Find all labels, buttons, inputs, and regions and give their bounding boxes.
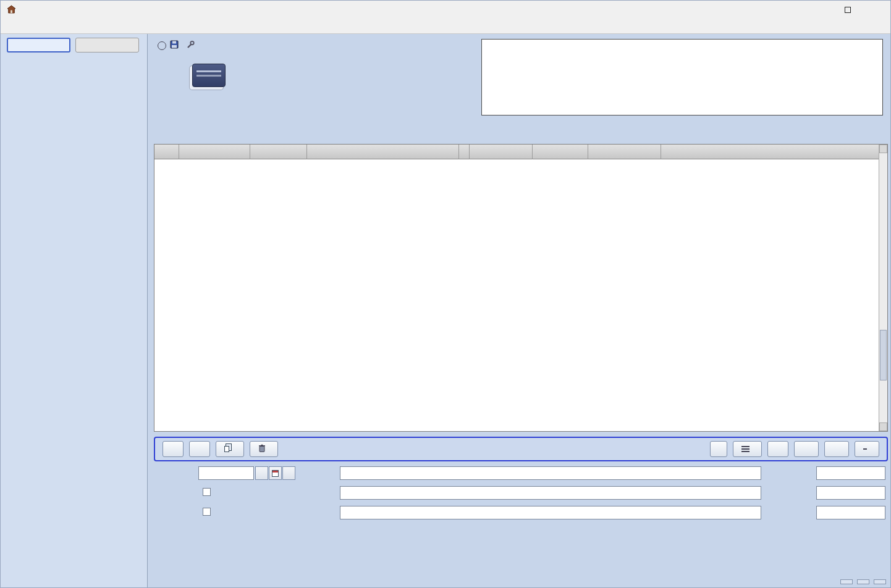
main-panel <box>148 34 890 587</box>
reconciled-checkbox[interactable] <box>203 488 211 496</box>
balance-history-chart <box>481 39 883 116</box>
copy-icon <box>224 446 229 452</box>
credit-card-image <box>192 64 226 87</box>
maximize-icon <box>845 7 851 13</box>
reconciled-balance-row <box>352 90 427 99</box>
sidebar <box>1 34 148 587</box>
payee-input[interactable] <box>340 466 761 480</box>
nav-back-button[interactable] <box>7 38 70 52</box>
transaction-table <box>154 144 888 432</box>
income-input[interactable] <box>816 486 885 500</box>
category-input[interactable] <box>340 486 761 500</box>
trash-icon <box>258 444 266 454</box>
close-button[interactable] <box>862 1 890 19</box>
move-down-button[interactable] <box>824 441 849 457</box>
sidebar-section-favorites[interactable] <box>1 59 147 76</box>
reconcile-posted-button[interactable] <box>710 441 727 457</box>
version-label <box>874 579 886 584</box>
nav-forward-button[interactable] <box>75 38 139 52</box>
transfer-icon <box>863 448 867 450</box>
scroll-down-icon[interactable] <box>879 422 887 431</box>
app-window <box>0 0 891 588</box>
split-icon <box>741 446 750 452</box>
copy-after-button[interactable] <box>216 441 244 457</box>
col-header-filler <box>661 145 879 159</box>
posted-checkbox[interactable] <box>203 508 211 516</box>
scroll-up-icon[interactable] <box>879 145 887 153</box>
date-picker-button[interactable] <box>269 466 282 480</box>
table-header <box>154 145 879 159</box>
memo-input[interactable] <box>340 506 761 519</box>
help-icon[interactable] <box>158 41 166 50</box>
menubar <box>1 19 890 34</box>
move-up-button[interactable] <box>794 441 819 457</box>
date-input[interactable] <box>198 466 254 480</box>
delete-button[interactable] <box>250 441 278 457</box>
num-input[interactable] <box>816 466 885 480</box>
transaction-actions-toolbar <box>154 437 888 461</box>
posted-balance-row <box>352 107 427 117</box>
col-header-expense[interactable] <box>533 145 588 159</box>
col-header-r[interactable] <box>459 145 470 159</box>
background-threads-status <box>857 579 869 584</box>
col-header-num[interactable] <box>179 145 250 159</box>
import-button[interactable] <box>767 441 788 457</box>
csv-save-status <box>840 579 853 584</box>
col-header-income[interactable] <box>470 145 533 159</box>
corner-header <box>154 145 179 159</box>
minimize-button[interactable] <box>805 1 834 19</box>
calendar-icon <box>272 470 279 477</box>
split-button[interactable] <box>733 441 762 457</box>
date-decrement-button[interactable] <box>255 466 268 480</box>
statusbar <box>840 579 886 584</box>
wrench-icon[interactable] <box>186 40 195 51</box>
col-header-payee[interactable] <box>307 145 459 159</box>
titlebar <box>1 1 890 19</box>
expense-input[interactable] <box>816 506 885 519</box>
account-toolbar <box>158 40 195 51</box>
transfer-button[interactable] <box>855 441 879 457</box>
scrollbar-thumb[interactable] <box>880 330 887 380</box>
maximize-button[interactable] <box>834 1 862 19</box>
app-icon <box>7 5 16 15</box>
cancel-button[interactable] <box>189 441 210 457</box>
update-button[interactable] <box>163 441 184 457</box>
col-header-date[interactable] <box>250 145 307 159</box>
date-increment-button[interactable] <box>282 466 295 480</box>
col-header-balance[interactable] <box>588 145 661 159</box>
save-icon[interactable] <box>170 40 179 51</box>
vertical-scrollbar[interactable] <box>879 145 887 431</box>
